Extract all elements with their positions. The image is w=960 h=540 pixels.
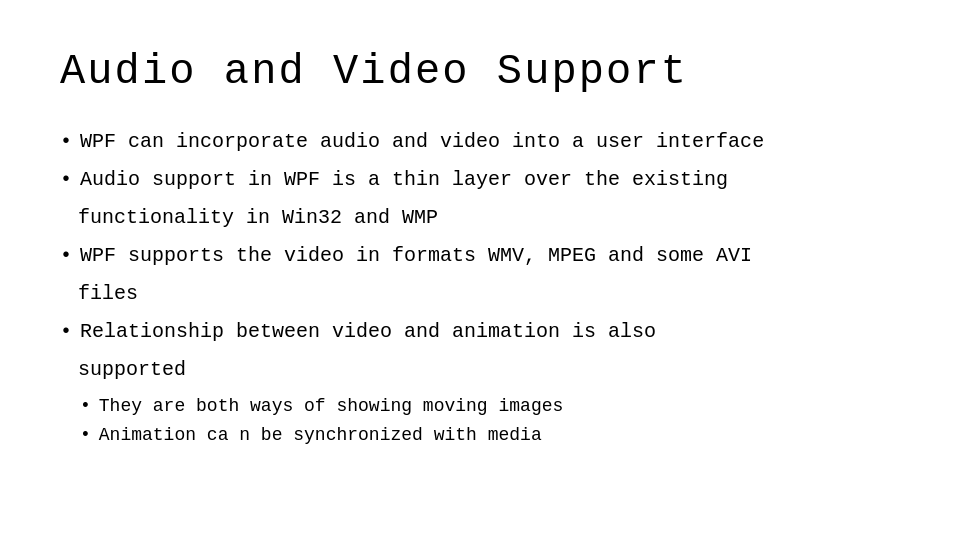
bullet-continuation: files [60, 280, 900, 308]
bullet-marker: • [60, 242, 72, 270]
sub-bullet-marker: • [80, 423, 91, 448]
sub-bullet-text: Animation ca n be synchronized with medi… [99, 423, 542, 448]
sub-bullet-list: • They are both ways of showing moving i… [80, 394, 900, 448]
slide-title: Audio and Video Support [60, 48, 900, 96]
bullet-list: • WPF can incorporate audio and video in… [60, 128, 900, 384]
bullet-marker: • [60, 166, 72, 194]
list-item: • Animation ca n be synchronized with me… [80, 423, 900, 448]
bullet-text: WPF supports the video in formats WMV, M… [80, 242, 900, 270]
sub-bullet-marker: • [80, 394, 91, 419]
bullet-text: Relationship between video and animation… [80, 318, 900, 346]
bullet-continuation: supported [60, 356, 900, 384]
bullet-text: Audio support in WPF is a thin layer ove… [80, 166, 900, 194]
bullet-continuation: functionality in Win32 and WMP [60, 204, 900, 232]
list-item: • WPF supports the video in formats WMV,… [60, 242, 900, 270]
list-item: • Audio support in WPF is a thin layer o… [60, 166, 900, 194]
bullet-marker: • [60, 318, 72, 346]
bullet-text: WPF can incorporate audio and video into… [80, 128, 900, 156]
slide: Audio and Video Support • WPF can incorp… [0, 0, 960, 540]
bullet-marker: • [60, 128, 72, 156]
sub-bullet-text: They are both ways of showing moving ima… [99, 394, 563, 419]
list-item: • Relationship between video and animati… [60, 318, 900, 346]
list-item: • They are both ways of showing moving i… [80, 394, 900, 419]
list-item: • WPF can incorporate audio and video in… [60, 128, 900, 156]
